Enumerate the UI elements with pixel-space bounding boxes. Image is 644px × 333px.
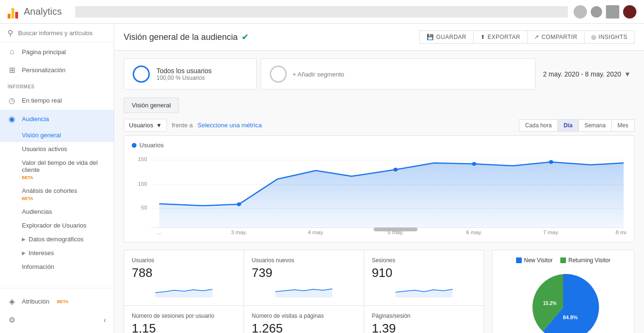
metric-label-4: Número de visitas a páginas	[252, 313, 356, 319]
segment-card-1: Todos los usuarios 100,00 % Usuarios	[124, 58, 257, 90]
sidebar-item-realtime[interactable]: ◷ En tiempo real	[0, 91, 114, 110]
chart-point-2	[393, 168, 398, 171]
sidebar-section-label: INFORMES	[0, 79, 114, 91]
metric-card-sesiones-usuario: Número de sesiones por usuario 1,15	[124, 306, 244, 333]
segment-circle-1	[133, 66, 150, 83]
date-dropdown-arrow: ▼	[624, 70, 631, 78]
sidebar-item-personalization[interactable]: ⊞ Personalización	[0, 61, 114, 79]
segment-name: Todos los usuarios	[156, 67, 212, 75]
sidebar-bottom: ◈ Atribución BETA ⚙ ‹	[0, 288, 114, 333]
svg-text:84.8%: 84.8%	[563, 314, 577, 320]
metric-select[interactable]: Usuarios ▼	[124, 119, 167, 132]
metric-card-sesiones: Sesiones 910	[364, 250, 484, 306]
svg-text:6 may.: 6 may.	[466, 230, 482, 235]
verified-icon: ✔	[242, 32, 249, 42]
sub-item-usuarios-activos[interactable]: Usuarios activos	[0, 142, 114, 156]
sidebar-item-home[interactable]: ⌂ Página principal	[0, 43, 114, 61]
main-content: Visión general de la audiencia ✔ 💾 GUARD…	[114, 24, 644, 333]
line-chart-area: Usuarios 150 100 50 ...	[124, 135, 634, 242]
top-nav: Analytics	[0, 0, 644, 24]
sub-item-cohortes[interactable]: Análisis de cohortes BETA	[0, 184, 114, 205]
metric-card-nuevos: Usuarios nuevos 739	[244, 250, 364, 306]
sub-item-vision-general[interactable]: Visión general	[0, 128, 114, 142]
expand-icon-intereses: ▶	[22, 250, 26, 256]
svg-text:50: 50	[141, 205, 147, 210]
save-icon: 💾	[427, 34, 434, 40]
export-button[interactable]: ⬆ EXPORTAR	[474, 30, 527, 44]
share-icon: ↗	[534, 34, 539, 40]
date-range-text: 2 may. 2020 - 8 may. 2020	[543, 70, 621, 78]
beta-badge-bottom: BETA	[57, 299, 68, 304]
sparkline-0	[132, 283, 236, 297]
metric-value-2: 910	[372, 266, 476, 280]
metric-value-1: 739	[252, 266, 356, 280]
collapse-icon[interactable]: ‹	[104, 316, 106, 324]
avatar-1	[574, 5, 587, 19]
select-metric-link[interactable]: Seleccione una métrica	[197, 122, 262, 129]
settings-item[interactable]: ⚙ ‹	[0, 311, 114, 329]
logo-bar-1	[8, 14, 10, 19]
avatar-2	[591, 6, 602, 18]
export-icon: ⬆	[480, 34, 486, 40]
sidebar-personalization-label: Personalización	[22, 67, 66, 74]
sub-item-valor-tiempo[interactable]: Valor del tiempo de vida del cliente BET…	[0, 156, 114, 184]
metrics-section: Usuarios 788 Usuarios nuevos 739	[124, 250, 484, 333]
metric-label-5: Páginas/sesión	[372, 313, 476, 319]
time-btn-mes[interactable]: Mes	[612, 119, 634, 132]
sidebar-item-audience[interactable]: ◉ Audiencia	[0, 110, 114, 128]
sidebar-item-atribucion[interactable]: ◈ Atribución BETA	[0, 292, 114, 311]
atribucion-icon: ◈	[8, 297, 16, 306]
time-btn-hora[interactable]: Cada hora	[519, 119, 558, 132]
segment-pct: 100,00 % Usuarios	[156, 75, 212, 81]
metric-value-0: 788	[132, 266, 236, 280]
legend-new-visitor: New Visitor	[516, 257, 553, 264]
layout: ⚲ ⌂ Página principal ⊞ Personalización I…	[0, 24, 644, 333]
date-range[interactable]: 2 may. 2020 - 8 may. 2020 ▼	[539, 58, 634, 90]
sidebar: ⚲ ⌂ Página principal ⊞ Personalización I…	[0, 24, 114, 333]
chart-area-fill	[159, 162, 624, 228]
search-icon: ⚲	[8, 29, 13, 38]
sub-item-informacion[interactable]: Información	[0, 260, 114, 274]
line-chart-svg: 150 100 50 ... 3 may. 4 may. 5 may.	[132, 152, 626, 238]
pie-chart-container: 84.8% 15.2%	[525, 269, 601, 333]
share-button[interactable]: ↗ COMPARTIR	[527, 30, 585, 44]
sub-item-intereses[interactable]: ▶ Intereses	[0, 246, 114, 260]
metric-card-visitas: Número de visitas a páginas 1.265	[244, 306, 364, 333]
new-visitor-label: New Visitor	[524, 257, 553, 264]
svg-text:8 may.: 8 may.	[615, 230, 626, 235]
tab-vision-general[interactable]: Visión general	[124, 97, 179, 113]
time-btn-dia[interactable]: Día	[558, 119, 579, 132]
bottom-section: Usuarios 788 Usuarios nuevos 739	[124, 250, 634, 333]
add-segment-card[interactable]: + Añadir segmento	[261, 58, 536, 90]
sub-item-audiencias[interactable]: Audiencias	[0, 205, 114, 219]
content-area: Todos los usuarios 100,00 % Usuarios + A…	[114, 51, 644, 333]
chart-point-1	[237, 202, 241, 206]
insights-icon: ◎	[591, 34, 596, 40]
frente-a-label: frente a	[172, 122, 193, 129]
top-nav-right	[574, 5, 636, 19]
svg-text:15.2%: 15.2%	[543, 301, 556, 306]
metric-row-1: Usuarios 788 Usuarios nuevos 739	[124, 250, 484, 306]
search-input[interactable]	[18, 29, 106, 37]
add-segment-circle	[270, 66, 287, 83]
metric-dropdown-arrow: ▼	[156, 122, 162, 129]
person-icon: ◉	[8, 114, 16, 124]
logo-bar-3	[15, 12, 18, 19]
metric-label-0: Usuarios	[132, 257, 236, 264]
legend-dot-usuarios	[132, 143, 137, 148]
metric-value-5: 1,39	[372, 321, 476, 333]
tabs-row: Visión general	[124, 97, 634, 113]
metric-card-usuarios: Usuarios 788	[124, 250, 244, 306]
logo-bar-2	[11, 8, 14, 19]
sub-item-demograficos[interactable]: ▶ Datos demográficos	[0, 232, 114, 246]
svg-text:7 may.: 7 may.	[543, 230, 559, 235]
sub-item-explorador[interactable]: Explorador de Usuarios	[0, 219, 114, 232]
time-btn-semana[interactable]: Semana	[579, 119, 612, 132]
sidebar-audience-label: Audiencia	[22, 115, 49, 123]
save-button[interactable]: 💾 GUARDAR	[420, 30, 474, 44]
main-header: Visión general de la audiencia ✔ 💾 GUARD…	[114, 24, 644, 51]
insights-button[interactable]: ◎ INSIGHTS	[585, 30, 634, 44]
url-bar	[75, 6, 568, 18]
svg-marker-15	[275, 289, 332, 297]
logo	[8, 5, 18, 19]
